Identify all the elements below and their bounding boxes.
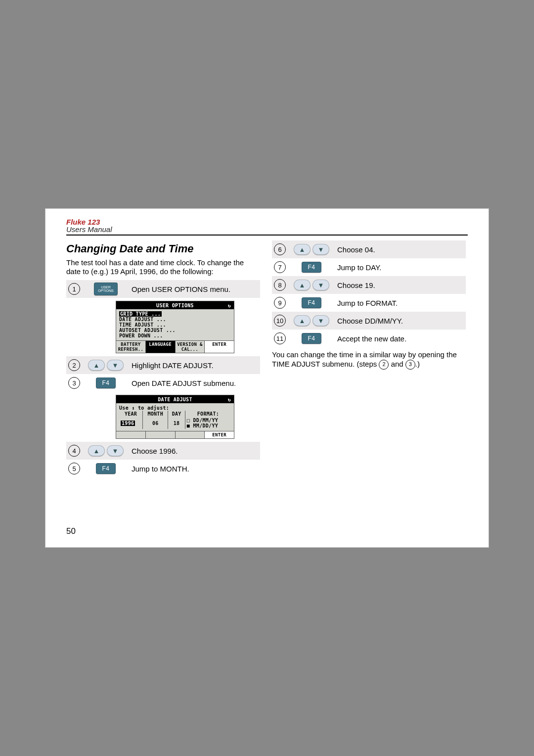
step-number: 1	[68, 283, 80, 295]
step-text: Choose 1996.	[132, 447, 178, 455]
header-rule	[66, 235, 468, 236]
down-arrow-key: ▼	[312, 244, 329, 255]
step-ref: 3	[405, 360, 415, 370]
down-arrow-key: ▼	[107, 360, 124, 371]
step-number: 6	[274, 243, 286, 255]
up-arrow-key: ▲	[294, 244, 311, 255]
f4-key: F4	[302, 262, 321, 273]
section-title: Changing Date and Time	[66, 242, 260, 255]
step-text: Choose 04.	[337, 245, 375, 254]
step-text: Open DATE ADJUST submenu.	[132, 379, 236, 387]
step-text: Accept the new date.	[337, 334, 406, 343]
step-row: 5 F4 Jump to MONTH.	[66, 460, 260, 477]
down-arrow-key: ▼	[107, 445, 124, 456]
step-number: 2	[68, 359, 80, 371]
step-row: 2 ▲ ▼ Highlight DATE ADJUST.	[66, 356, 260, 374]
user-options-key: USEROPTIONS	[94, 283, 118, 295]
step-number: 8	[274, 279, 286, 291]
step-number: 3	[68, 377, 80, 389]
step-number: 9	[274, 297, 286, 309]
step-number: 10	[274, 315, 286, 327]
step-row: 3 F4 Open DATE ADJUST submenu.	[66, 374, 260, 392]
manual-page: Fluke 123 Users Manual Changing Date and…	[45, 209, 489, 547]
f4-key: F4	[96, 463, 116, 474]
step-ref: 2	[379, 360, 389, 370]
closing-note: You can change the time in a similar way…	[272, 350, 466, 370]
lcd-user-options: USER OPTIONS↻ GRID TYPE ... DATE ADJUST …	[116, 301, 234, 353]
step-number: 5	[68, 463, 80, 474]
step-row: 9F4Jump to FORMAT.	[272, 294, 466, 312]
step-text: Jump to FORMAT.	[337, 299, 398, 307]
f4-key: F4	[302, 333, 321, 344]
step-number: 11	[274, 332, 286, 344]
down-arrow-key: ▼	[312, 280, 329, 290]
intro-text: The test tool has a date and time clock.…	[66, 258, 254, 276]
step-row: 1 USEROPTIONS Open USER OPTIONS menu.	[66, 280, 260, 298]
step-text: Choose 19.	[337, 281, 375, 289]
f4-key: F4	[96, 378, 116, 388]
down-arrow-key: ▼	[312, 315, 329, 326]
step-row: 6▲▼Choose 04.	[272, 240, 466, 258]
lcd-date-adjust: DATE ADJUST↻ Use ↕ to adjust: YEAR MONTH…	[116, 395, 234, 439]
cycle-icon: ↻	[228, 397, 231, 402]
doc-type: Users Manual	[66, 225, 468, 234]
cycle-icon: ↻	[228, 303, 231, 308]
step-text: Open USER OPTIONS menu.	[132, 285, 230, 293]
step-text: Choose DD/MM/YY.	[337, 317, 403, 325]
f4-key: F4	[302, 297, 321, 308]
step-text: Jump to DAY.	[337, 263, 382, 272]
step-row: 11F4Accept the new date.	[272, 330, 466, 347]
step-number: 7	[274, 261, 286, 273]
up-arrow-key: ▲	[88, 360, 105, 371]
step-row: 4 ▲ ▼ Choose 1996.	[66, 442, 260, 460]
step-row: 8▲▼Choose 19.	[272, 276, 466, 294]
step-text: Highlight DATE ADJUST.	[132, 361, 214, 370]
left-column: Changing Date and Time The test tool has…	[66, 240, 260, 477]
step-text: Jump to MONTH.	[132, 465, 189, 473]
right-column: 6▲▼Choose 04.7F4Jump to DAY.8▲▼Choose 19…	[272, 240, 466, 477]
step-row: 7F4Jump to DAY.	[272, 258, 466, 276]
step-row: 10▲▼Choose DD/MM/YY.	[272, 312, 466, 330]
up-arrow-key: ▲	[88, 445, 105, 456]
step-number: 4	[68, 445, 80, 457]
page-number: 50	[66, 526, 76, 536]
up-arrow-key: ▲	[294, 280, 311, 290]
up-arrow-key: ▲	[294, 315, 311, 326]
